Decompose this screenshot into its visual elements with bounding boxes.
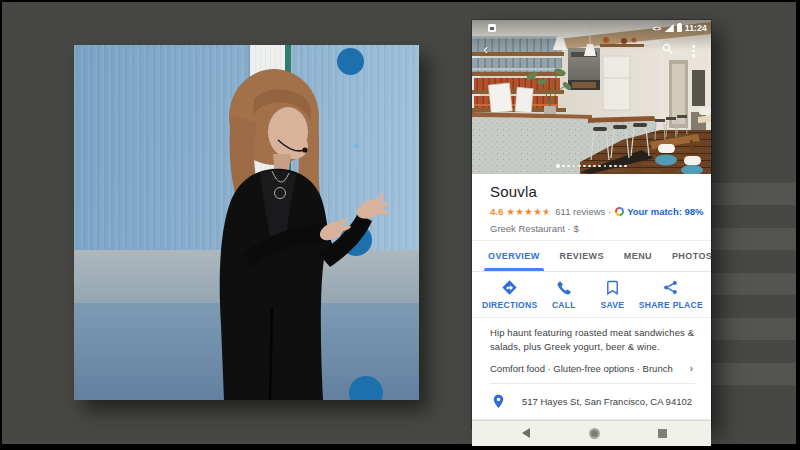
carousel-dot[interactable] [556, 164, 560, 168]
action-bar: DIRECTIONS CALL SAVE [472, 272, 711, 318]
back-nav-icon[interactable] [522, 428, 530, 438]
tab-photos[interactable]: PHOTOS [662, 241, 722, 271]
overflow-menu-icon[interactable] [692, 45, 695, 57]
tab-menu[interactable]: MENU [614, 241, 662, 271]
place-description: Hip haunt featuring roasted meat sandwic… [490, 326, 695, 354]
reviews-count[interactable]: 611 reviews · [555, 206, 611, 217]
recents-nav-icon[interactable] [658, 429, 667, 438]
background-stripe [696, 363, 796, 385]
slide-frame: <> 11:24 ‹ Souv [0, 0, 800, 450]
tab-reviews[interactable]: REVIEWS [550, 241, 614, 271]
place-info: Souvla 4.6 ★★★★★★ 611 reviews · Your mat… [472, 174, 711, 240]
code-icon: <> [653, 25, 662, 32]
share-icon [663, 280, 678, 295]
call-icon [556, 280, 571, 295]
signal-icon [665, 24, 674, 32]
slide-background: <> 11:24 ‹ Souv [2, 2, 796, 444]
carousel-dots[interactable] [472, 164, 711, 168]
back-icon[interactable]: ‹ [483, 42, 488, 56]
call-button[interactable]: CALL [542, 280, 586, 310]
background-stripe [696, 183, 796, 205]
restaurant-interior-photo [472, 20, 711, 174]
attributes-row[interactable]: Comfort food · Gluten-free options · Bru… [490, 363, 695, 384]
match-ring-icon [615, 207, 624, 216]
star-rating-icons: ★★★★★★ [506, 206, 551, 217]
home-nav-icon[interactable] [589, 428, 600, 439]
battery-icon [677, 24, 682, 32]
status-bar: <> 11:24 [472, 20, 711, 34]
phone-screen: <> 11:24 ‹ Souv [472, 20, 711, 429]
place-photo-carousel[interactable]: <> 11:24 ‹ [472, 20, 711, 174]
chevron-right-icon: › [690, 363, 693, 374]
directions-button[interactable]: DIRECTIONS [482, 280, 537, 310]
presenter-photo [74, 45, 419, 400]
search-icon[interactable] [662, 43, 673, 54]
android-nav-bar [472, 420, 711, 446]
location-pin-icon [493, 394, 504, 409]
share-place-button[interactable]: SHARE PLACE [639, 280, 703, 310]
rating-value: 4.6 [490, 206, 503, 217]
screenshot-icon [488, 24, 496, 32]
rating-row[interactable]: 4.6 ★★★★★★ 611 reviews · Your match: 98% [490, 206, 693, 217]
save-button[interactable]: SAVE [590, 280, 634, 310]
save-icon [605, 280, 620, 295]
background-stripe [696, 318, 796, 340]
place-category: Greek Restaurant · $ [490, 223, 693, 234]
tab-bar: OVERVIEW REVIEWS MENU PHOTOS [472, 240, 711, 272]
presenter [74, 45, 419, 400]
place-address: 517 Hayes St, San Francisco, CA 94102 [522, 396, 692, 407]
directions-icon [502, 280, 517, 295]
place-name: Souvla [490, 183, 693, 200]
background-stripe [696, 273, 796, 295]
status-time: 11:24 [685, 23, 707, 33]
address-row[interactable]: 517 Hayes St, San Francisco, CA 94102 [472, 384, 711, 420]
overview-section: Hip haunt featuring roasted meat sandwic… [472, 318, 711, 384]
attributes-text: Comfort food · Gluten-free options · Bru… [490, 363, 673, 374]
tab-overview[interactable]: OVERVIEW [478, 241, 550, 271]
your-match-score[interactable]: Your match: 98% [627, 206, 703, 217]
